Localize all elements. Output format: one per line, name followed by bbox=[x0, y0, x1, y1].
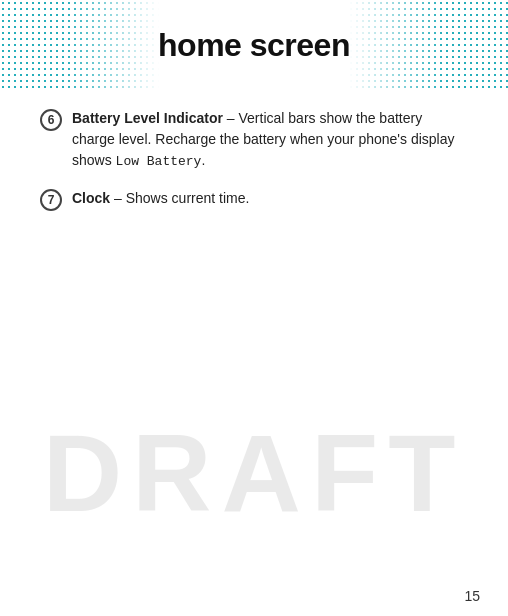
battery-separator: – bbox=[223, 110, 239, 126]
list-item-battery: 6 Battery Level Indicator – Vertical bar… bbox=[40, 108, 468, 172]
page-number: 15 bbox=[464, 588, 480, 604]
clock-label: Clock bbox=[72, 190, 110, 206]
battery-label: Battery Level Indicator bbox=[72, 110, 223, 126]
header-pattern-right bbox=[348, 0, 508, 90]
clock-text: Clock – Shows current time. bbox=[72, 188, 468, 209]
page-wrapper: home screen 6 Battery Level Indicator – … bbox=[0, 0, 508, 211]
list-item-clock: 7 Clock – Shows current time. bbox=[40, 188, 468, 211]
clock-separator: – bbox=[110, 190, 126, 206]
battery-description-end: . bbox=[201, 152, 205, 168]
content-area: 6 Battery Level Indicator – Vertical bar… bbox=[0, 90, 508, 211]
battery-inline-code: Low Battery bbox=[116, 154, 202, 169]
header-pattern-left bbox=[0, 0, 160, 90]
bullet-6: 6 bbox=[40, 109, 62, 131]
battery-text: Battery Level Indicator – Vertical bars … bbox=[72, 108, 468, 172]
clock-description: Shows current time. bbox=[126, 190, 250, 206]
page-header: home screen bbox=[0, 0, 508, 90]
draft-watermark: DRAFT bbox=[43, 409, 466, 536]
bullet-7: 7 bbox=[40, 189, 62, 211]
page-title: home screen bbox=[158, 27, 350, 64]
